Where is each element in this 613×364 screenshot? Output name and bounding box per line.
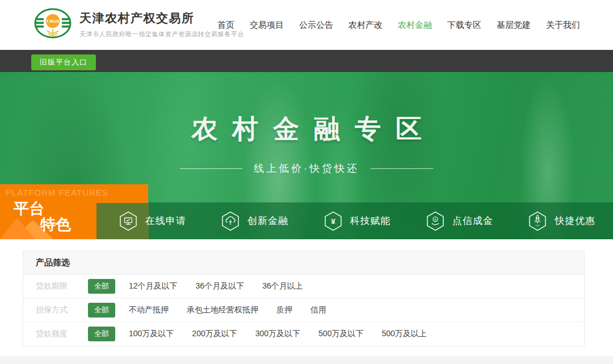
svg-text:TJNJS: TJNJS: [46, 19, 59, 24]
tab-label: 科技赋能: [350, 214, 391, 227]
filter-option[interactable]: 承包土地经营权抵押: [187, 305, 258, 315]
banner-subtitle-row: 线上低价·快贷快还: [0, 162, 613, 175]
filter-label: 担保方式: [36, 305, 79, 315]
nav-item-about-us[interactable]: 关于我们: [546, 20, 580, 31]
hero-banner: 农村金融专区 线上低价·快贷快还 在线申请: [0, 72, 613, 239]
logo-icon: TJNJS: [33, 7, 73, 41]
nav-item-projects[interactable]: 交易项目: [250, 20, 284, 31]
filter-option[interactable]: 100万及以下: [129, 329, 174, 339]
platform-features-label: PLATFORM FEATURES 平台 特色: [0, 184, 148, 239]
nav-item-home[interactable]: 首页: [217, 20, 234, 31]
features-label-en: PLATFORM FEATURES: [6, 188, 108, 197]
cloud-finance-icon: [221, 210, 240, 232]
banner-subtitle: 线上低价·快贷快还: [254, 162, 359, 175]
old-platform-entry-button[interactable]: 旧版平台入口: [31, 54, 96, 70]
site-header: TJNJS 天津农村产权交易所 天津市人民政府唯一指定集体资产资源流转交易服务平…: [0, 0, 613, 50]
nav-item-party-building[interactable]: 基层党建: [497, 20, 531, 31]
filter-option[interactable]: 36个月以上: [262, 281, 303, 291]
filter-row-loan-amount: 贷款额度 全部 100万及以下 200万及以下 300万及以下 500万及以下 …: [23, 322, 584, 346]
filter-option[interactable]: 12个月及以下: [129, 281, 178, 291]
tab-label: 创新金融: [247, 214, 288, 227]
nav-item-announcements[interactable]: 公示公告: [299, 20, 333, 31]
footer-strip: [0, 356, 613, 364]
filter-option[interactable]: 不动产抵押: [129, 305, 169, 315]
sub-header-bar: 旧版平台入口: [0, 50, 613, 72]
filter-row-loan-term: 贷款期限 全部 12个月及以下 36个月及以下 36个月以上: [23, 274, 584, 298]
features-label-cn-1: 平台: [14, 198, 44, 219]
filter-label: 贷款额度: [36, 329, 79, 339]
nav-item-downloads[interactable]: 下载专区: [447, 20, 481, 31]
filter-option[interactable]: 300万及以下: [255, 329, 300, 339]
tab-innovative-finance[interactable]: 创新金融: [203, 202, 305, 239]
filter-option[interactable]: 信用: [310, 305, 326, 315]
product-filter-card: 产品筛选 贷款期限 全部 12个月及以下 36个月及以下 36个月以上 担保方式…: [23, 251, 585, 346]
tab-label: 在线申请: [145, 214, 186, 227]
filter-all-button[interactable]: 全部: [88, 327, 115, 341]
filter-option[interactable]: 200万及以下: [192, 329, 237, 339]
filter-all-button[interactable]: 全部: [88, 279, 115, 294]
yuan-tech-icon: ¥: [324, 210, 343, 232]
nav-item-rural-finance[interactable]: 农村金融: [398, 20, 432, 31]
rocket-icon: [528, 210, 547, 232]
filter-row-guarantee-type: 担保方式 全部 不动产抵押 承包土地经营权抵押 质押 信用: [23, 298, 584, 322]
logo-link[interactable]: TJNJS 天津农村产权交易所 天津市人民政府唯一指定集体资产资源流转交易服务平…: [33, 7, 244, 41]
subtitle-rule-left: [180, 168, 242, 169]
filter-label: 贷款期限: [36, 281, 79, 291]
filter-all-button[interactable]: 全部: [88, 303, 115, 318]
feature-tabs: 在线申请 创新金融 ¥ 科技赋能: [101, 202, 613, 239]
tab-label: 点信成金: [452, 214, 493, 227]
tab-quick-discount[interactable]: 快捷优惠: [511, 202, 613, 239]
tab-credit-to-gold[interactable]: ¥ 点信成金: [408, 202, 510, 239]
tab-label: 快捷优惠: [555, 214, 595, 227]
subtitle-rule-right: [371, 168, 433, 169]
page: TJNJS 天津农村产权交易所 天津市人民政府唯一指定集体资产资源流转交易服务平…: [0, 0, 613, 364]
svg-text:¥: ¥: [331, 217, 335, 225]
nav-item-rural-reform[interactable]: 农村产改: [349, 20, 383, 31]
filter-option[interactable]: 500万及以上: [381, 329, 426, 339]
filter-option[interactable]: 36个月及以下: [196, 281, 245, 291]
filter-option[interactable]: 质押: [276, 305, 292, 315]
hand-coin-icon: ¥: [426, 210, 445, 232]
svg-text:¥: ¥: [434, 217, 436, 221]
filter-option[interactable]: 500万及以下: [318, 329, 363, 339]
tab-tech-empowerment[interactable]: ¥ 科技赋能: [306, 202, 408, 239]
filter-card-title: 产品筛选: [23, 251, 584, 274]
main-content: 产品筛选 贷款期限 全部 12个月及以下 36个月及以下 36个月以上 担保方式…: [0, 251, 613, 346]
banner-title: 农村金融专区: [0, 112, 613, 147]
main-nav: 首页 交易项目 公示公告 农村产改 农村金融 下载专区 基层党建 关于我们: [217, 0, 580, 50]
features-label-cn-2: 特色: [40, 214, 71, 235]
